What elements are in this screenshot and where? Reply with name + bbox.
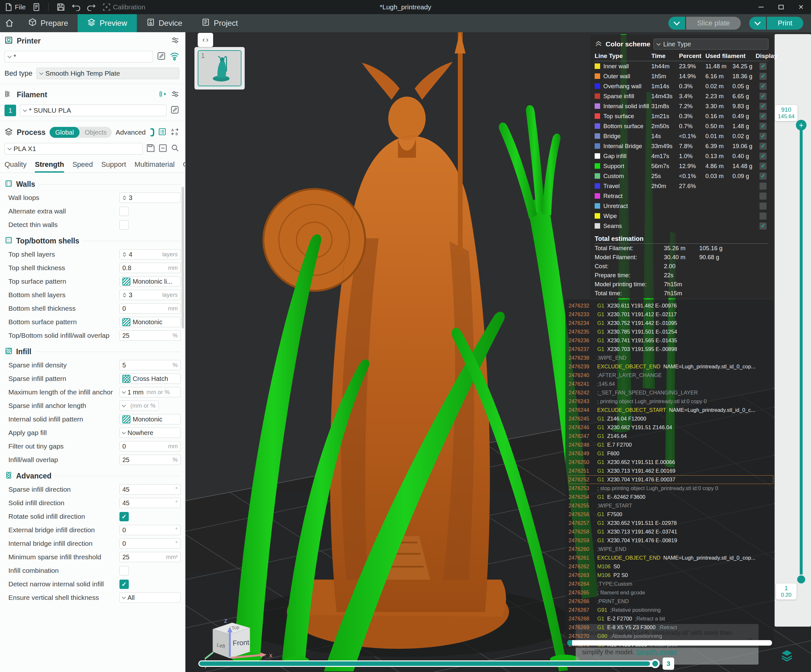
- gcode-line[interactable]: 2476238;WIPE_END: [568, 353, 773, 362]
- tab-prepare[interactable]: Prepare: [19, 14, 78, 32]
- gcode-line[interactable]: 2476269G1E-8 X5 Y5 Z3 F3000;Retract: [568, 623, 773, 632]
- process-preset-select[interactable]: PLA X1: [5, 143, 143, 154]
- checkbox[interactable]: ✓: [119, 512, 129, 521]
- home-button[interactable]: [0, 14, 19, 32]
- gcode-line[interactable]: 2476263M106P2 S0: [568, 571, 773, 580]
- display-checkbox[interactable]: ✓: [760, 163, 767, 170]
- printer-settings-icon[interactable]: [171, 36, 179, 46]
- spin-field[interactable]: 3: [119, 193, 181, 203]
- gcode-line[interactable]: 2476250G1X230.652 Y191.511 E.00066: [568, 458, 773, 467]
- filament-preset-select[interactable]: * SUNLU PLA: [20, 105, 166, 116]
- move-slider-handle[interactable]: [651, 659, 660, 668]
- search-icon[interactable]: [171, 144, 179, 154]
- edit-printer-icon[interactable]: [157, 51, 166, 62]
- collapse-panel-button[interactable]: ‹›: [198, 33, 213, 47]
- gcode-line[interactable]: 2476235G1X230.785 Y191.501 E-.01254: [568, 328, 773, 336]
- display-checkbox[interactable]: ✓: [760, 222, 767, 229]
- gcode-line[interactable]: 2476243; printing object Lugh_printready…: [568, 397, 773, 406]
- param-list-icon[interactable]: [158, 127, 166, 137]
- display-checkbox[interactable]: ✓: [760, 173, 767, 180]
- checkbox[interactable]: [119, 220, 129, 229]
- input-field[interactable]: 0°: [119, 538, 181, 549]
- spinner-arrows[interactable]: [122, 294, 127, 297]
- print-button[interactable]: Print: [749, 17, 803, 30]
- spinner-arrows[interactable]: [122, 196, 127, 200]
- save-preset-icon[interactable]: [146, 144, 155, 154]
- gcode-line[interactable]: 2476255;WIPE_START: [568, 501, 773, 510]
- save-button[interactable]: [57, 3, 65, 11]
- slice-plate-button[interactable]: Slice plate: [668, 17, 741, 30]
- input-field[interactable]: 0mm: [119, 303, 181, 314]
- input-field[interactable]: 25%: [119, 330, 181, 341]
- tab-project[interactable]: Project: [192, 14, 248, 32]
- gcode-line[interactable]: 2476240;AFTER_LAYER_CHANGE: [568, 371, 773, 380]
- input-field[interactable]: 0°: [119, 525, 181, 535]
- printer-preset-select[interactable]: *: [5, 51, 153, 63]
- gcode-line[interactable]: 2476267G91;Relative positionning: [568, 606, 773, 614]
- gcode-line[interactable]: 2476254G1E-.62462 F3600: [568, 493, 773, 501]
- display-checkbox[interactable]: ✓: [760, 83, 767, 90]
- preset-tab-strength[interactable]: Strength: [35, 160, 64, 173]
- select-field[interactable]: (mm or %: [119, 400, 159, 411]
- display-checkbox[interactable]: [760, 212, 767, 220]
- gcode-line[interactable]: 2476256G1F7500: [568, 510, 773, 519]
- preset-tab-support[interactable]: Support: [102, 160, 126, 173]
- gcode-line[interactable]: 2476245G1Z146.04 F12000: [568, 414, 773, 423]
- slice-plate-label[interactable]: Slice plate: [686, 17, 741, 30]
- input-field[interactable]: 25mm²: [119, 552, 181, 562]
- gcode-line[interactable]: 2476253; stop printing object Lugh_print…: [568, 484, 773, 493]
- preset-tab-quality[interactable]: Quality: [5, 160, 26, 173]
- gcode-line[interactable]: 2476264;TYPE:Custom: [568, 580, 773, 588]
- bed-type-select[interactable]: Smooth High Temp Plate: [36, 68, 179, 79]
- preset-tab-oth[interactable]: Oth...: [183, 160, 185, 173]
- print-dropdown-icon[interactable]: [749, 17, 766, 30]
- sidebar-scrollbar[interactable]: [182, 187, 184, 328]
- edit-filament-icon[interactable]: [170, 105, 179, 115]
- gcode-line[interactable]: 2476247G1Z145.64: [568, 432, 773, 441]
- close-button[interactable]: ✕: [791, 0, 811, 14]
- spinner-arrows[interactable]: [122, 253, 127, 256]
- preset-tab-multimaterial[interactable]: Multimaterial: [134, 160, 175, 173]
- select-field[interactable]: 1 mmmm or %: [119, 387, 181, 397]
- advanced-toggle[interactable]: [150, 128, 154, 137]
- display-checkbox[interactable]: [760, 202, 767, 210]
- tab-device[interactable]: Device: [137, 14, 192, 32]
- display-checkbox[interactable]: [760, 193, 767, 200]
- plate-thumbnail[interactable]: 1: [198, 50, 241, 86]
- preview-3d-viewport[interactable]: + 910 145.64 1 0.20 ‹› 1 Top Left Front: [185, 32, 811, 672]
- wifi-connection-icon[interactable]: [170, 51, 179, 62]
- slice-dropdown-icon[interactable]: [668, 17, 685, 30]
- layer-slider-bottom-handle[interactable]: [796, 574, 806, 584]
- color-scheme-select[interactable]: Line Type: [653, 39, 769, 49]
- move-slider-track[interactable]: [199, 660, 659, 667]
- display-checkbox[interactable]: ✓: [760, 113, 767, 120]
- scope-global[interactable]: Global: [49, 127, 80, 138]
- gcode-line[interactable]: 2476246G1X230.682 Y191.51 Z146.04: [568, 423, 773, 432]
- pattern-field[interactable]: Cross Hatch: [119, 373, 181, 384]
- checkbox[interactable]: [119, 566, 129, 575]
- compare-presets-icon[interactable]: AB: [170, 127, 179, 137]
- display-checkbox[interactable]: ✓: [760, 63, 767, 70]
- pattern-field[interactable]: Monotonic li...: [119, 276, 181, 287]
- gcode-line[interactable]: 2476239EXCLUDE_OBJECT_ENDNAME=Lugh_print…: [568, 362, 773, 371]
- pattern-field[interactable]: Monotonic: [119, 317, 181, 327]
- gcode-line[interactable]: 2476234G1X230.752 Y191.442 E-.01095: [568, 319, 773, 328]
- file-menu[interactable]: File: [5, 3, 26, 11]
- gcode-line[interactable]: 2476268G1E-2 F2700;Retract a bit: [568, 614, 773, 623]
- gcode-line[interactable]: 2476257G1X230.652 Y191.511 E-.02978: [568, 519, 773, 528]
- select-field[interactable]: All: [119, 592, 181, 603]
- gcode-line[interactable]: 2476233G1X230.701 Y191.412 E-.02117: [568, 310, 773, 319]
- gcode-scrollbar[interactable]: [567, 640, 772, 646]
- notes-icon[interactable]: [33, 3, 40, 11]
- filament-slot-badge[interactable]: 1: [5, 105, 16, 116]
- display-checkbox[interactable]: ✓: [760, 143, 767, 150]
- filament-settings-icon[interactable]: [171, 90, 179, 100]
- gcode-line[interactable]: 2476244EXCLUDE_OBJECT_STARTNAME=Lugh_pri…: [568, 406, 773, 414]
- display-checkbox[interactable]: [760, 183, 767, 190]
- layer-slider-track[interactable]: [800, 125, 803, 580]
- collapse-chevrons-icon[interactable]: [595, 40, 602, 48]
- add-filament-icon[interactable]: [158, 90, 167, 100]
- gcode-viewer[interactable]: 2476232G1X230.611 Y191.482 E-.0097624762…: [565, 299, 773, 648]
- input-field[interactable]: 45°: [119, 498, 181, 508]
- display-checkbox[interactable]: ✓: [760, 123, 767, 130]
